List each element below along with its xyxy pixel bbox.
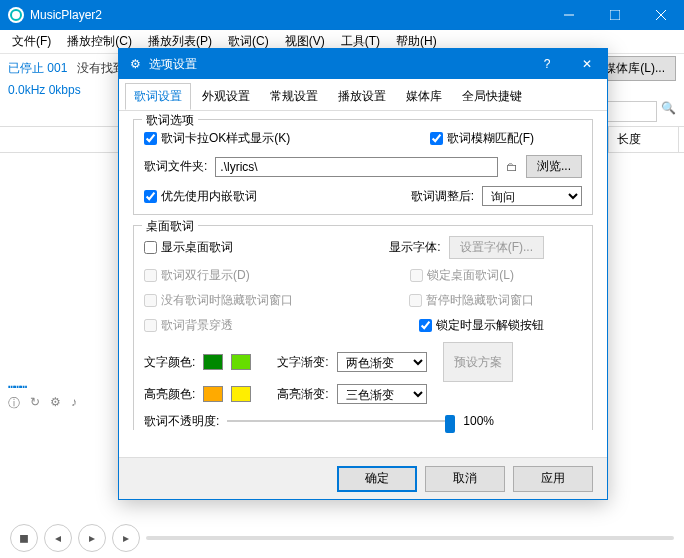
prev-button[interactable]: ◂ [44, 524, 72, 552]
hide-none-checkbox[interactable]: 没有歌词时隐藏歌词窗口 [144, 292, 293, 309]
folder-icon[interactable]: 🗀 [506, 160, 518, 174]
group1-legend: 歌词选项 [142, 112, 198, 129]
opacity-value: 100% [463, 414, 494, 428]
font-button[interactable]: 设置字体(F)... [449, 236, 544, 259]
stop-button[interactable]: ◼ [10, 524, 38, 552]
text-color-1[interactable] [203, 354, 223, 370]
loop-icon[interactable]: ↻ [30, 395, 40, 412]
dialog-close-button[interactable]: ✕ [567, 49, 607, 79]
cancel-button[interactable]: 取消 [425, 466, 505, 492]
adjust-label: 歌词调整后: [411, 188, 474, 205]
progress-bar[interactable] [146, 536, 674, 540]
hilite-grad-label: 高亮渐变: [277, 386, 328, 403]
fuzzy-checkbox[interactable]: 歌词模糊匹配(F) [430, 130, 534, 147]
main-titlebar: MusicPlayer2 [0, 0, 684, 30]
text-color-label: 文字颜色: [144, 354, 195, 371]
tab-lyrics[interactable]: 歌词设置 [125, 83, 191, 110]
group2-legend: 桌面歌词 [142, 218, 198, 235]
text-color-2[interactable] [231, 354, 251, 370]
lyrics-options-group: 歌词选项 歌词卡拉OK样式显示(K) 歌词模糊匹配(F) 歌词文件夹: 🗀 浏览… [133, 119, 593, 215]
dialog-titlebar: ⚙ 选项设置 ? ✕ [119, 49, 607, 79]
player-controls: ◼ ◂ ▸ ▸ [0, 524, 684, 552]
embed-checkbox[interactable]: 优先使用内嵌歌词 [144, 188, 257, 205]
karaoke-checkbox[interactable]: 歌词卡拉OK样式显示(K) [144, 130, 290, 147]
settings-icon[interactable]: ⚙ [50, 395, 61, 412]
opacity-label: 歌词不透明度: [144, 413, 219, 430]
app-title: MusicPlayer2 [30, 8, 546, 22]
svg-rect-1 [610, 10, 620, 20]
preset-button[interactable]: 预设方案 [443, 342, 513, 382]
col-length[interactable]: 长度 [609, 127, 679, 152]
desktop-lyrics-group: 桌面歌词 显示桌面歌词 显示字体: 设置字体(F)... 歌词双行显示(D) 锁… [133, 225, 593, 430]
app-icon [8, 7, 24, 23]
adjust-select[interactable]: 询问 [482, 186, 582, 206]
hilite-color-label: 高亮颜色: [144, 386, 195, 403]
folder-label: 歌词文件夹: [144, 158, 207, 175]
side-icons: ┅┅┅ ⓘ ↻ ⚙ ♪ [8, 395, 77, 412]
eq-icon[interactable]: ♪ [71, 395, 77, 412]
ok-button[interactable]: 确定 [337, 466, 417, 492]
minimize-button[interactable] [546, 0, 592, 30]
tab-hotkeys[interactable]: 全局快捷键 [453, 83, 531, 110]
show-desktop-checkbox[interactable]: 显示桌面歌词 [144, 239, 233, 256]
tab-playback[interactable]: 播放设置 [329, 83, 395, 110]
text-grad-label: 文字渐变: [277, 354, 328, 371]
lyrics-folder-input[interactable] [215, 157, 498, 177]
gear-icon: ⚙ [127, 56, 143, 72]
hilite-color-1[interactable] [203, 386, 223, 402]
play-button[interactable]: ▸ [78, 524, 106, 552]
tab-library[interactable]: 媒体库 [397, 83, 451, 110]
hilite-color-2[interactable] [231, 386, 251, 402]
tab-general[interactable]: 常规设置 [261, 83, 327, 110]
bgtrans-checkbox[interactable]: 歌词背景穿透 [144, 317, 233, 334]
maximize-button[interactable] [592, 0, 638, 30]
browse-button[interactable]: 浏览... [526, 155, 582, 178]
tab-appearance[interactable]: 外观设置 [193, 83, 259, 110]
hide-pause-checkbox[interactable]: 暂停时隐藏歌词窗口 [409, 292, 534, 309]
dialog-body: 歌词选项 歌词卡拉OK样式显示(K) 歌词模糊匹配(F) 歌词文件夹: 🗀 浏览… [119, 111, 607, 461]
lock-checkbox[interactable]: 锁定桌面歌词(L) [410, 267, 514, 284]
visualizer-icon: ┅┅┅ [8, 380, 26, 394]
apply-button[interactable]: 应用 [513, 466, 593, 492]
dialog-title: 选项设置 [149, 56, 527, 73]
opacity-slider[interactable] [227, 412, 455, 430]
font-label: 显示字体: [389, 239, 440, 256]
info-icon[interactable]: ⓘ [8, 395, 20, 412]
dialog-buttons: 确定 取消 应用 [119, 457, 607, 499]
showlock-checkbox[interactable]: 锁定时显示解锁按钮 [419, 317, 544, 334]
dialog-tabs: 歌词设置 外观设置 常规设置 播放设置 媒体库 全局快捷键 [119, 79, 607, 111]
search-icon[interactable]: 🔍 [661, 101, 676, 122]
next-button[interactable]: ▸ [112, 524, 140, 552]
dialog-help-button[interactable]: ? [527, 49, 567, 79]
twoline-checkbox[interactable]: 歌词双行显示(D) [144, 267, 250, 284]
status-stopped: 已停止 001 [8, 60, 67, 77]
close-button[interactable] [638, 0, 684, 30]
menu-file[interactable]: 文件(F) [4, 30, 59, 53]
text-grad-select[interactable]: 两色渐变 [337, 352, 427, 372]
hilite-grad-select[interactable]: 三色渐变 [337, 384, 427, 404]
options-dialog: ⚙ 选项设置 ? ✕ 歌词设置 外观设置 常规设置 播放设置 媒体库 全局快捷键… [118, 48, 608, 500]
